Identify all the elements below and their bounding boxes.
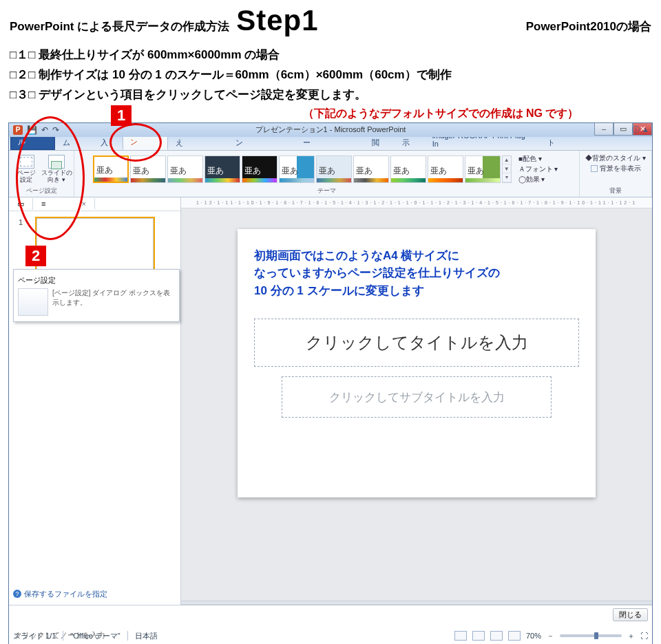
theme-aa: 亜あ xyxy=(465,164,500,178)
zoom-out-button[interactable]: － xyxy=(547,631,554,641)
theme-swatch-8[interactable]: 亜あ xyxy=(353,155,389,183)
page-setup-icon xyxy=(18,155,34,169)
ribbon-minimize-icon[interactable]: ⓘ ▲ xyxy=(632,125,649,135)
theme-colors-button[interactable]: ■配色 ▾ xyxy=(518,154,558,164)
titlebar: 💾 ↶ ↷ プレゼンテーション1 - Microsoft PowerPoint … xyxy=(9,123,652,137)
theme-aa: 亜あ xyxy=(131,164,165,178)
slide-orientation-button[interactable]: スライドの 向き ▾ xyxy=(42,153,71,185)
theme-swatch-10[interactable]: 亜あ xyxy=(428,155,463,183)
theme-fonts-button[interactable]: Ａフォント ▾ xyxy=(518,164,558,174)
doc-version: PowerPoint2010の場合 xyxy=(526,19,651,34)
theme-aa: 亜あ xyxy=(354,164,388,178)
theme-aa: 亜あ xyxy=(168,164,202,178)
save-file-hint[interactable]: 保存するファイルを指定 xyxy=(13,589,107,599)
view-reading-button[interactable] xyxy=(490,631,503,641)
status-slide-info: スライド 1/1 xyxy=(13,631,56,641)
pane-tab-outline[interactable]: ≡× xyxy=(33,198,95,209)
view-sorter-button[interactable] xyxy=(472,631,485,641)
theme-effects-button[interactable]: ◯効果 ▾ xyxy=(518,175,558,184)
orientation-icon xyxy=(48,155,65,169)
theme-aa: 亜あ xyxy=(205,164,240,178)
slide-title-placeholder[interactable]: クリックしてタイトルを入力 xyxy=(254,319,579,367)
theme-aa: 亜あ xyxy=(280,164,314,178)
pane-close-icon[interactable]: × xyxy=(81,200,85,208)
notes-close-button[interactable]: 閉じる xyxy=(613,608,648,621)
slide-canvas-area[interactable]: 初期画面ではこのようなA4 横サイズに なっていますからページ設定を仕上りサイズ… xyxy=(181,208,652,601)
powerpoint-window: 1 2 💾 ↶ ↷ プレゼンテーション1 - Microsoft PowerPo… xyxy=(8,122,653,644)
ribbon-group-page-setup-label: ページ設定 xyxy=(26,186,57,197)
page-setup-tooltip: ページ設定 [ページ設定] ダイアログ ボックスを表示します。 xyxy=(13,269,180,322)
slide-subtitle-placeholder[interactable]: クリックしてサブタイトルを入力 xyxy=(282,376,552,418)
page-setup-button[interactable]: ページ 設定 xyxy=(12,153,41,185)
ribbon-group-background: ◆背景のスタイル ▾ 背景を非表示 背景 xyxy=(580,151,652,197)
theme-swatch-3[interactable]: 亜あ xyxy=(167,155,203,183)
theme-swatch-1[interactable]: 亜あ xyxy=(93,155,129,183)
ribbon-group-page-setup: ページ 設定 スライドの 向き ▾ ページ設定 xyxy=(9,151,74,197)
ribbon-group-background-label: 背景 xyxy=(609,186,622,197)
theme-aa: 亜あ xyxy=(317,164,351,178)
instruction-line-2: □２□ 制作サイズは 10 分の 1 のスケール＝60mm（6cm）×600mm… xyxy=(10,65,651,85)
thumb-number: 1 xyxy=(19,218,23,226)
tooltip-body: [ページ設定] ダイアログ ボックスを表示します。 xyxy=(52,288,175,316)
background-styles-button[interactable]: ◆背景のスタイル ▾ xyxy=(585,153,646,163)
pane-splitter[interactable] xyxy=(181,601,652,605)
instruction-warning: （下記のようなデフォルトサイズでの作成は NG です） xyxy=(230,107,651,121)
theme-swatch-6[interactable]: 亜あ xyxy=(279,155,315,183)
horizontal-ruler: 1·12·1·11·1·10·1·9·1·8·1·7·1·6·1·5·1·4·1… xyxy=(181,197,652,208)
theme-swatch-11[interactable]: 亜あ xyxy=(465,155,501,183)
theme-swatch-2[interactable]: 亜あ xyxy=(130,155,166,183)
tooltip-title: ページ設定 xyxy=(18,275,175,286)
theme-aa: 亜あ xyxy=(94,163,127,178)
window-minimize-button[interactable]: – xyxy=(594,123,613,136)
theme-aa: 亜あ xyxy=(428,164,463,178)
zoom-fit-button[interactable]: ⛶ xyxy=(640,632,648,640)
callout-badge-2: 2 xyxy=(25,246,46,266)
instruction-line-3: □３□ デザインという項目をクリックしてページ設定を変更します。 xyxy=(10,85,651,105)
zoom-in-button[interactable]: ＋ xyxy=(627,631,635,641)
slide-annotation-text: 初期画面ではこのようなA4 横サイズに なっていますからページ設定を仕上りサイズ… xyxy=(254,247,579,300)
orientation-label: スライドの 向き ▾ xyxy=(41,170,72,184)
zoom-level: 70% xyxy=(526,632,541,640)
doc-subtitle: PowerPoint による長尺データの作成方法 xyxy=(10,19,229,34)
checkbox-icon xyxy=(591,165,598,172)
doc-step-title: Step1 xyxy=(236,4,318,37)
ribbon-group-themes: 亜あ 亜あ 亜あ 亜あ 亜あ 亜あ 亜あ 亜あ 亜あ 亜あ 亜あ ▲▼▾ ■配色… xyxy=(74,151,580,197)
page-setup-label: ページ 設定 xyxy=(17,170,36,184)
theme-swatch-9[interactable]: 亜あ xyxy=(390,155,426,183)
window-maximize-button[interactable]: ▭ xyxy=(613,123,633,136)
hide-background-label: 背景を非表示 xyxy=(600,164,641,173)
zoom-slider[interactable] xyxy=(560,634,622,637)
pane-tab-slides[interactable]: ▭ xyxy=(9,198,33,210)
view-slideshow-button[interactable] xyxy=(508,631,521,641)
theme-aa: 亜あ xyxy=(391,164,426,178)
theme-swatch-5[interactable]: 亜あ xyxy=(242,155,277,183)
view-normal-button[interactable] xyxy=(454,631,467,641)
ribbon-body: ページ 設定 スライドの 向き ▾ ページ設定 亜あ 亜あ 亜あ 亜あ 亜あ 亜… xyxy=(9,151,652,197)
theme-swatch-4[interactable]: 亜あ xyxy=(204,155,240,183)
callout-badge-1: 1 xyxy=(111,105,132,126)
ribbon-group-themes-label: テーマ xyxy=(317,186,336,197)
ribbon-tabs: ファイル ホーム 挿入 デザイン 画面切り替え アニメーション スライド ショー… xyxy=(9,137,652,151)
theme-swatch-7[interactable]: 亜あ xyxy=(316,155,352,183)
notes-pane: 閉じる xyxy=(9,605,652,628)
window-title: プレゼンテーション1 - Microsoft PowerPoint xyxy=(9,125,652,135)
status-theme: "Office テーマ" xyxy=(70,631,120,641)
slide[interactable]: 初期画面ではこのようなA4 横サイズに なっていますからページ設定を仕上りサイズ… xyxy=(238,229,596,497)
tooltip-thumbnail-icon xyxy=(18,288,48,316)
hide-background-checkbox[interactable]: 背景を非表示 xyxy=(591,164,641,173)
theme-gallery-nav[interactable]: ▲▼▾ xyxy=(502,155,512,183)
theme-aa: 亜あ xyxy=(242,164,277,178)
instruction-line-1: □１□ 最終仕上りサイズが 600mm×6000mm の場合 xyxy=(10,45,651,65)
status-language: 日本語 xyxy=(135,631,158,641)
